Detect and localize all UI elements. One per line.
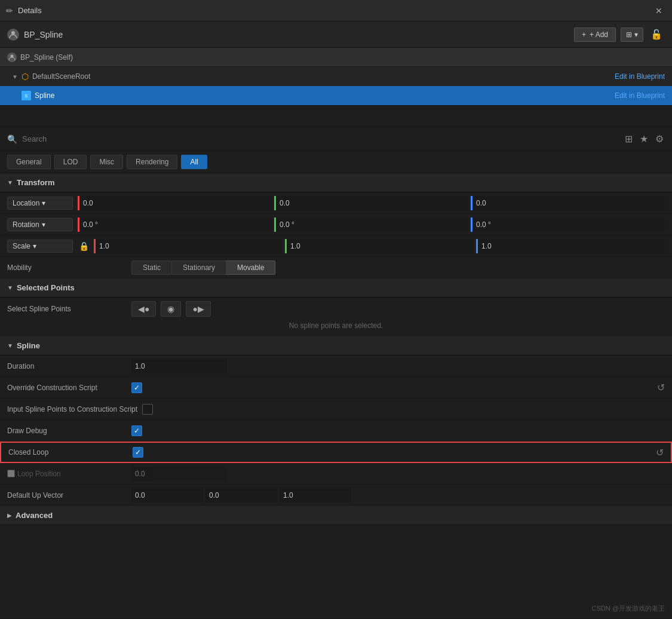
expand-arrow: ▼: [12, 73, 18, 80]
tab-misc[interactable]: Misc: [90, 155, 123, 169]
closed-loop-reset[interactable]: ↺: [656, 447, 664, 458]
closed-loop-label: Closed Loop: [8, 448, 128, 456]
duration-input[interactable]: [131, 359, 227, 373]
add-button[interactable]: + + Add: [574, 27, 616, 42]
rotation-z-input[interactable]: [471, 217, 665, 232]
rotation-chevron: ▾: [42, 220, 45, 229]
search-icon: 🔍: [7, 134, 17, 144]
loop-position-input[interactable]: [131, 467, 227, 481]
select-all-spline-button[interactable]: ◉: [161, 301, 181, 317]
spline-section-arrow: ▼: [7, 342, 13, 349]
override-construction-script-checkbox[interactable]: ✓: [131, 382, 142, 393]
scale-label: Scale: [13, 242, 30, 250]
default-up-vector-z-input[interactable]: [280, 488, 351, 502]
prev-spline-point-button[interactable]: ◀●: [131, 301, 156, 317]
rotation-y-input[interactable]: [274, 217, 468, 232]
mobility-label: Mobility: [7, 263, 127, 272]
location-dropdown[interactable]: Location ▾: [7, 197, 73, 210]
advanced-section-header[interactable]: ▶ Advanced: [0, 506, 672, 525]
svg-point-0: [11, 31, 15, 35]
star-icon[interactable]: ★: [639, 132, 649, 146]
tab-rendering[interactable]: Rendering: [127, 155, 177, 169]
closed-loop-checkbox[interactable]: ✓: [133, 447, 143, 458]
selected-points-arrow: ▼: [7, 284, 13, 291]
title-bar-label: Details: [18, 6, 647, 15]
scale-values: [94, 239, 665, 253]
scale-row: Scale ▾ 🔒: [0, 235, 672, 257]
location-y-input[interactable]: [274, 196, 468, 210]
location-label: Location: [13, 199, 39, 207]
rotation-x-input[interactable]: [78, 217, 272, 232]
plus-icon: +: [582, 30, 586, 39]
location-values: [78, 196, 665, 210]
advanced-section-arrow: ▶: [7, 512, 12, 519]
scale-dropdown[interactable]: Scale ▾: [7, 240, 73, 253]
table-icon[interactable]: ⊞: [624, 132, 634, 146]
next-spline-point-button[interactable]: ●▶: [186, 301, 210, 317]
tab-lod[interactable]: LOD: [54, 155, 87, 169]
loop-position-row: Loop Position: [0, 463, 672, 485]
transform-section-header[interactable]: ▼ Transform: [0, 173, 672, 192]
location-chevron: ▾: [42, 199, 45, 207]
location-x-input[interactable]: [78, 196, 272, 210]
add-label: + Add: [588, 30, 608, 39]
tab-all[interactable]: All: [181, 155, 207, 169]
search-bar: 🔍 ⊞ ★ ⚙: [0, 127, 672, 151]
draw-debug-checkbox[interactable]: ✓: [131, 425, 142, 436]
transform-expand-arrow: ▼: [7, 179, 13, 186]
scale-z-input[interactable]: [476, 239, 665, 253]
override-construction-script-reset[interactable]: ↺: [657, 382, 665, 393]
closed-loop-checkbox-wrap: ✓: [133, 447, 143, 458]
transform-title: Transform: [17, 178, 55, 187]
scale-lock-icon[interactable]: 🔒: [79, 241, 89, 251]
spline-label: Spline: [35, 91, 54, 100]
actor-header: BP_Spline + + Add ⊞ ▾ 🔓: [0, 22, 672, 48]
mobility-movable-button[interactable]: Movable: [226, 261, 275, 275]
default-up-vector-y-input[interactable]: [205, 488, 277, 502]
lock-button[interactable]: 🔓: [648, 27, 665, 41]
rotation-row: Rotation ▾: [0, 214, 672, 235]
selected-points-title: Selected Points: [17, 283, 75, 292]
scale-y-input[interactable]: [285, 239, 474, 253]
override-construction-script-checkbox-wrap: ✓: [131, 382, 142, 393]
watermark: CSDN @开发游戏的老王: [592, 604, 665, 613]
no-points-text: No spline points are selected.: [7, 319, 665, 332]
root-edit-blueprint[interactable]: Edit in Blueprint: [615, 72, 665, 81]
location-z-input[interactable]: [471, 196, 665, 210]
filter-tabs: General LOD Misc Rendering All: [0, 151, 672, 173]
self-label: BP_Spline (Self): [20, 53, 73, 62]
close-button[interactable]: ✕: [652, 5, 666, 17]
search-input[interactable]: [22, 134, 619, 143]
input-spline-points-label: Input Spline Points to Construction Scri…: [7, 405, 137, 413]
mobility-static-button[interactable]: Static: [131, 261, 172, 275]
component-root-row[interactable]: ▼ ⬡ DefaultSceneRoot Edit in Blueprint: [0, 67, 672, 86]
spline-edit-blueprint[interactable]: Edit in Blueprint: [615, 91, 665, 100]
loop-position-enable-checkbox[interactable]: [7, 470, 15, 477]
grid-icon: ⊞: [626, 30, 632, 39]
default-up-vector-x-input[interactable]: [131, 488, 203, 502]
spline-point-buttons: ◀● ◉ ●▶: [131, 301, 211, 317]
component-spline-row[interactable]: S Spline Edit in Blueprint: [0, 86, 672, 105]
mobility-buttons: Static Stationary Movable: [131, 261, 275, 275]
rotation-label: Rotation: [13, 220, 39, 229]
main-content: ▼ Transform Location ▾ Rotation ▾ Scale …: [0, 173, 672, 618]
details-icon: ✏: [6, 6, 13, 16]
blueprint-dropdown-button[interactable]: ⊞ ▾: [621, 27, 643, 42]
draw-debug-label: Draw Debug: [7, 427, 127, 435]
duration-label: Duration: [7, 362, 127, 370]
rotation-values: [78, 217, 665, 232]
override-construction-script-label: Override Construction Script: [7, 384, 127, 392]
scale-x-input[interactable]: [94, 239, 283, 253]
default-up-vector-row: Default Up Vector: [0, 485, 672, 506]
spline-section-header[interactable]: ▼ Spline: [0, 336, 672, 356]
gear-icon[interactable]: ⚙: [654, 132, 665, 146]
input-spline-points-checkbox-wrap: [142, 404, 153, 415]
title-bar: ✏ Details ✕: [0, 0, 672, 22]
rotation-dropdown[interactable]: Rotation ▾: [7, 218, 73, 231]
advanced-section-title: Advanced: [16, 511, 53, 520]
input-spline-points-checkbox[interactable]: [142, 404, 153, 415]
tab-general[interactable]: General: [7, 155, 51, 169]
mobility-stationary-button[interactable]: Stationary: [172, 261, 226, 275]
actor-name: BP_Spline: [24, 30, 569, 39]
selected-points-section-header[interactable]: ▼ Selected Points: [0, 278, 672, 298]
